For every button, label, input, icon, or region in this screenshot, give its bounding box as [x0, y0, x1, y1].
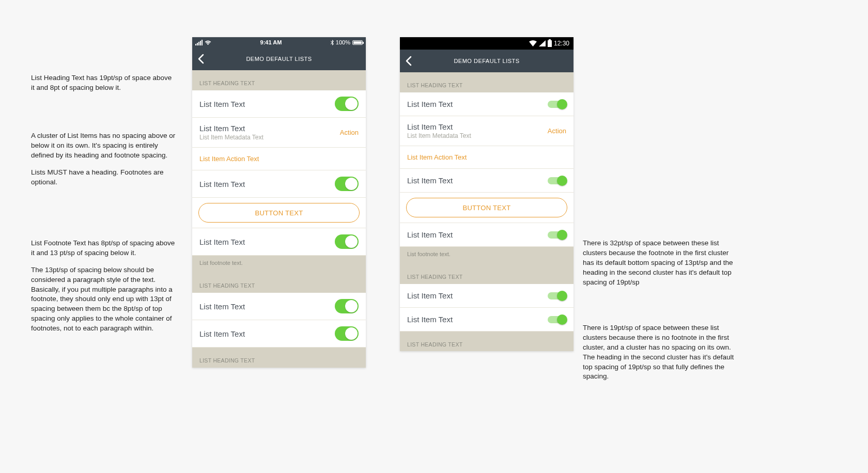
- list-item-label: List Item Text: [407, 100, 453, 108]
- toggle-switch[interactable]: [335, 299, 359, 313]
- note-32pt-gap: There is 32pt/sp of space between these …: [583, 239, 738, 287]
- chevron-left-icon: [405, 55, 412, 67]
- phone-android: demo-default-lists-android 12:30 DEMO DE…: [400, 37, 574, 351]
- list-heading: LIST HEADING TEXT: [192, 273, 366, 293]
- list-button-row: BUTTON TEXT: [400, 193, 574, 223]
- list-item-label: List Item Text: [199, 329, 245, 338]
- list-item-metadata: List Item Metadata Text: [199, 134, 264, 141]
- chevron-left-icon: [197, 53, 205, 65]
- list-item-label: List Item Text: [199, 100, 245, 108]
- list-heading: LIST HEADING TEXT: [400, 72, 574, 92]
- note-heading-spacing: List Heading Text has 19pt/sp of space a…: [31, 73, 176, 93]
- note-19pt-gap: There is 19pt/sp of space between these …: [583, 323, 738, 382]
- toggle-switch[interactable]: [548, 316, 566, 323]
- status-time: 9:41 AM: [260, 39, 282, 45]
- battery-icon: [352, 40, 363, 45]
- list-button-row: BUTTON TEXT: [192, 198, 366, 228]
- list-heading: LIST HEADING TEXT: [400, 332, 574, 351]
- back-button[interactable]: [405, 55, 412, 67]
- toggle-switch[interactable]: [335, 177, 359, 191]
- nav-title: DEMO DEFAULT LISTS: [192, 56, 366, 62]
- list-item[interactable]: List Item Text: [192, 320, 366, 348]
- list-item[interactable]: List Item Text: [192, 293, 366, 320]
- list-item[interactable]: List Item Text: [192, 228, 366, 256]
- toggle-switch[interactable]: [548, 101, 566, 108]
- list-item[interactable]: List Item Text: [400, 169, 574, 193]
- spec-canvas: List Heading Text has 19pt/sp of space a…: [0, 0, 868, 473]
- toggle-switch[interactable]: [548, 231, 566, 239]
- list-item[interactable]: List Item Text: [400, 284, 574, 308]
- list-item-label: List Item Text: [199, 180, 245, 188]
- note-cluster-spacing: A cluster of List Items has no spacing a…: [31, 131, 176, 187]
- list-item[interactable]: List Item Text: [400, 308, 574, 332]
- status-bar-android: 12:30: [400, 37, 574, 50]
- list-heading: LIST HEADING TEXT: [400, 264, 574, 284]
- list-item-label: List Item Text: [407, 122, 471, 131]
- nav-title: DEMO DEFAULT LISTS: [400, 58, 574, 64]
- list-item[interactable]: List Item Text: [192, 90, 366, 118]
- wifi-icon: [205, 40, 211, 45]
- toggle-switch[interactable]: [548, 292, 566, 299]
- pill-button[interactable]: BUTTON TEXT: [406, 198, 567, 217]
- nav-bar-android: DEMO DEFAULT LISTS: [400, 50, 574, 72]
- toggle-switch[interactable]: [548, 177, 566, 184]
- list-item-label: List Item Text: [407, 176, 453, 185]
- list-footnote: List footnote text.: [192, 256, 366, 273]
- list-item-label: List Item Text: [199, 302, 245, 311]
- list-item-action-link[interactable]: Action: [548, 127, 566, 135]
- wifi-icon: [529, 40, 537, 46]
- list-item[interactable]: List Item Text List Item Metadata Text A…: [400, 116, 574, 146]
- status-bar-ios: 9:41 AM 100%: [192, 37, 366, 48]
- pill-button[interactable]: BUTTON TEXT: [198, 203, 360, 223]
- list-heading: LIST HEADING TEXT: [192, 348, 366, 368]
- list-item[interactable]: List Item Text: [400, 223, 574, 247]
- note-footnote-spacing: List Footnote Text has 8pt/sp of spacing…: [31, 239, 176, 334]
- battery-percent: 100%: [336, 39, 350, 45]
- signal-icon: [195, 40, 203, 45]
- back-button[interactable]: [197, 53, 205, 65]
- toggle-switch[interactable]: [335, 234, 359, 249]
- list-item-label: List Item Text: [407, 291, 453, 300]
- phone-ios: demo-default-lists-iOS 9:41 AM 100% DEMO…: [192, 37, 366, 368]
- list-heading: LIST HEADING TEXT: [192, 70, 366, 90]
- bluetooth-icon: [331, 40, 334, 45]
- list-item-action-link[interactable]: Action: [340, 129, 359, 136]
- list-item-action[interactable]: List Item Action Text: [400, 146, 574, 169]
- battery-icon: [548, 40, 552, 47]
- toggle-switch[interactable]: [335, 97, 359, 111]
- list-item[interactable]: List Item Text: [400, 92, 574, 116]
- list-footnote: List footnote text.: [400, 247, 574, 264]
- list-item-label: List Item Text: [199, 124, 264, 133]
- list-item-label: List Item Text: [199, 238, 245, 246]
- list-item[interactable]: List Item Text List Item Metadata Text A…: [192, 118, 366, 148]
- status-time: 12:30: [554, 40, 569, 47]
- nav-bar-ios: DEMO DEFAULT LISTS: [192, 48, 366, 70]
- list-item-label: List Item Text: [407, 315, 453, 324]
- list-item-label: List Item Text: [407, 230, 453, 239]
- list-item-action[interactable]: List Item Action Text: [192, 148, 366, 170]
- list-item[interactable]: List Item Text: [192, 170, 366, 198]
- list-item-metadata: List Item Metadata Text: [407, 132, 471, 139]
- signal-icon: [539, 40, 546, 46]
- toggle-switch[interactable]: [335, 326, 359, 341]
